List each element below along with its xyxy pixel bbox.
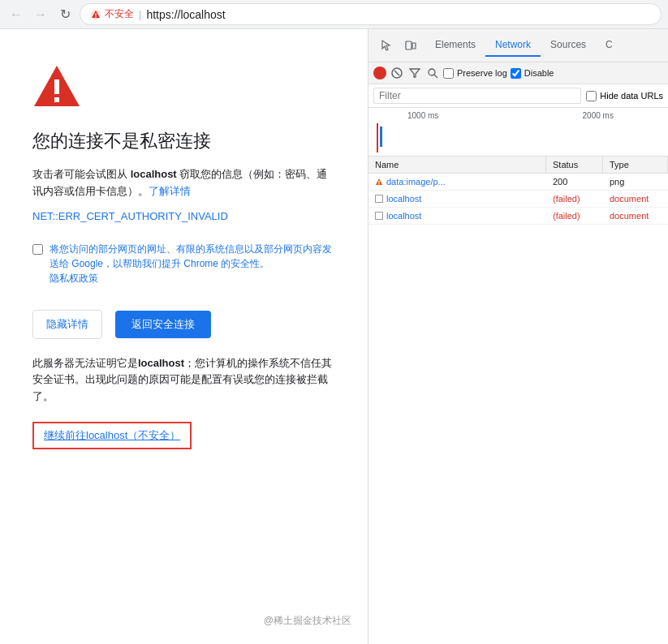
page-description: 攻击者可能会试图从 localhost 窃取您的信息（例如：密码、通讯内容或信用…: [32, 166, 335, 200]
disable-cache-checkbox[interactable]: [511, 68, 521, 79]
learn-more-link[interactable]: 了解详情: [149, 185, 191, 197]
svg-rect-7: [412, 43, 416, 49]
error-code[interactable]: NET::ERR_CERT_AUTHORITY_INVALID: [32, 210, 335, 222]
cursor-icon-button[interactable]: [375, 34, 398, 57]
device-mode-icon-button[interactable]: [399, 34, 422, 57]
disable-label: Disable: [524, 68, 554, 78]
svg-rect-5: [54, 97, 59, 102]
row-type-cell: png: [603, 174, 668, 190]
svg-line-9: [394, 71, 399, 75]
address-bar[interactable]: 不安全 | https://localhost: [80, 3, 662, 25]
tab-more[interactable]: C: [596, 34, 623, 57]
timeline-bar-blue: [380, 127, 382, 147]
svg-rect-1: [95, 13, 96, 15]
tab-elements[interactable]: Elements: [425, 34, 485, 57]
row-doc-icon: [375, 212, 383, 220]
network-table: Name Status Type data:image/p... 200: [368, 157, 668, 644]
row-status: (failed): [553, 194, 580, 204]
row-status-cell: 200: [546, 174, 603, 190]
svg-rect-14: [378, 181, 379, 183]
row-status: 200: [553, 177, 567, 187]
proceed-link[interactable]: 继续前往localhost（不安全）: [44, 429, 180, 441]
reload-button[interactable]: ↻: [55, 5, 75, 24]
table-row[interactable]: data:image/p... 200 png: [368, 174, 668, 191]
forward-button[interactable]: →: [31, 5, 50, 24]
devtools-toolbar: Elements Network Sources C: [368, 29, 668, 62]
tab-network[interactable]: Network: [485, 34, 541, 57]
header-status: Status: [546, 157, 603, 173]
tab-sources[interactable]: Sources: [541, 34, 596, 57]
browser-chrome: ← → ↻ 不安全 | https://localhost: [0, 0, 668, 29]
row-name-cell: localhost: [368, 208, 546, 224]
record-button[interactable]: [373, 67, 386, 79]
hide-details-button[interactable]: 隐藏详情: [32, 310, 102, 339]
clear-button[interactable]: [390, 66, 404, 80]
svg-rect-6: [406, 41, 412, 49]
send-data-checkbox[interactable]: [32, 244, 43, 255]
server-info-text: 此服务器无法证明它是localhost；您计算机的操作系统不信任其安全证书。出现…: [32, 355, 335, 406]
svg-line-12: [434, 75, 437, 78]
devtools-tabs: Elements Network Sources C: [425, 34, 665, 57]
row-type: png: [610, 177, 624, 187]
filter-icon-button[interactable]: [407, 66, 422, 80]
row-type-cell: document: [603, 191, 668, 207]
warning-triangle-icon: [32, 62, 81, 110]
url-divider: |: [139, 8, 141, 20]
row-warning-icon: [375, 178, 383, 186]
preserve-log-section: Preserve log: [443, 68, 507, 79]
disable-cache-section: Disable: [511, 68, 554, 79]
timeline-label-1: 1000 ms: [375, 111, 535, 120]
row-name-cell: data:image/p...: [368, 174, 546, 190]
table-row[interactable]: localhost (failed) document: [368, 191, 668, 208]
svg-rect-4: [54, 79, 59, 94]
nav-bar: ← → ↻ 不安全 | https://localhost: [0, 0, 668, 28]
network-toolbar: Preserve log Disable: [368, 62, 668, 84]
timeline-area: 1000 ms 2000 ms: [368, 108, 668, 157]
button-row: 隐藏详情 返回安全连接: [32, 310, 335, 339]
svg-point-11: [429, 69, 435, 75]
security-label: 不安全: [105, 7, 134, 21]
back-button[interactable]: ←: [6, 5, 26, 24]
privacy-policy-link[interactable]: 隐私权政策: [50, 273, 98, 284]
table-row[interactable]: localhost (failed) document: [368, 208, 668, 225]
row-doc-icon: [375, 195, 383, 203]
row-name: localhost: [386, 211, 421, 221]
row-type: document: [610, 194, 649, 204]
main-content: 您的连接不是私密连接 攻击者可能会试图从 localhost 窃取您的信息（例如…: [0, 29, 668, 644]
back-to-safety-button[interactable]: 返回安全连接: [115, 311, 211, 338]
row-status-cell: (failed): [546, 208, 603, 224]
timeline-chart: [375, 123, 662, 152]
svg-marker-10: [410, 69, 420, 77]
row-name: data:image/p...: [386, 177, 446, 187]
row-status: (failed): [553, 211, 580, 221]
security-warning-icon: 不安全: [90, 7, 134, 21]
proceed-link-box: 继续前往localhost（不安全）: [32, 422, 192, 449]
row-type-cell: document: [603, 208, 668, 224]
timeline-bar-red: [377, 123, 378, 152]
filter-bar: Hide data URLs: [368, 84, 668, 108]
hide-data-label: Hide data URLs: [600, 91, 663, 101]
row-name: localhost: [386, 194, 421, 204]
page-content-area: 您的连接不是私密连接 攻击者可能会试图从 localhost 窃取您的信息（例如…: [0, 29, 368, 644]
url-text: https://localhost: [146, 8, 225, 21]
checkbox-label: 将您访问的部分网页的网址、有限的系统信息以及部分网页内容发送给 Google，以…: [50, 242, 335, 286]
header-type: Type: [603, 157, 668, 173]
svg-rect-15: [378, 183, 379, 184]
svg-rect-2: [95, 16, 96, 17]
devtools-panel: Elements Network Sources C: [368, 29, 668, 644]
hide-data-urls-section: Hide data URLs: [586, 91, 663, 101]
preserve-log-checkbox[interactable]: [443, 68, 454, 79]
filter-input[interactable]: [373, 88, 581, 104]
row-status-cell: (failed): [546, 191, 603, 207]
watermark: @稀土掘金技术社区: [264, 614, 351, 628]
hide-data-urls-checkbox[interactable]: [586, 91, 597, 101]
checkbox-section: 将您访问的部分网页的网址、有限的系统信息以及部分网页内容发送给 Google，以…: [32, 242, 335, 286]
timeline-label-2: 2000 ms: [535, 111, 662, 120]
devtools-icon-group: [372, 29, 425, 62]
row-type: document: [610, 211, 649, 221]
page-title: 您的连接不是私密连接: [32, 129, 335, 153]
row-name-cell: localhost: [368, 191, 546, 207]
preserve-log-label: Preserve log: [457, 68, 507, 78]
search-icon-button[interactable]: [425, 66, 440, 80]
table-header: Name Status Type: [368, 157, 668, 174]
